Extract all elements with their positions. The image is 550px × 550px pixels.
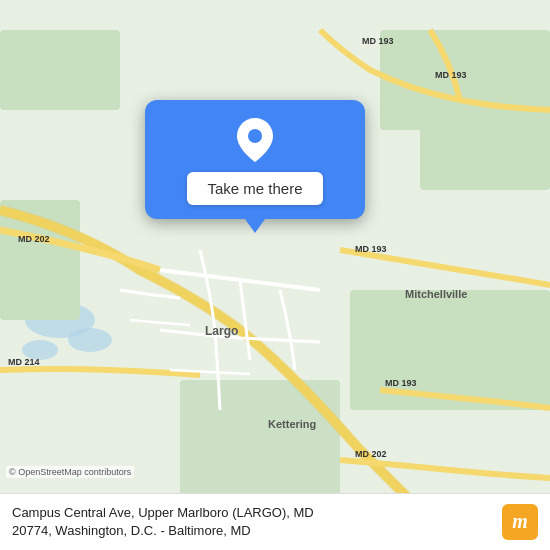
address-text: Campus Central Ave, Upper Marlboro (LARG… — [12, 504, 490, 540]
map-pin-icon — [237, 118, 273, 162]
svg-text:MD 193: MD 193 — [385, 378, 417, 388]
svg-text:MD 193: MD 193 — [355, 244, 387, 254]
svg-rect-4 — [0, 30, 120, 110]
moovit-logo: m — [502, 504, 538, 540]
osm-attribution: © OpenStreetMap contributors — [6, 466, 134, 478]
svg-text:MD 202: MD 202 — [355, 449, 387, 459]
svg-text:Largo: Largo — [205, 324, 238, 338]
svg-text:MD 202: MD 202 — [18, 234, 50, 244]
svg-point-2 — [68, 328, 112, 352]
location-popup: Take me there — [145, 100, 365, 219]
moovit-icon: m — [502, 504, 538, 540]
svg-text:MD 214: MD 214 — [8, 357, 40, 367]
bottom-info-bar: Campus Central Ave, Upper Marlboro (LARG… — [0, 493, 550, 550]
svg-text:MD 193: MD 193 — [435, 70, 467, 80]
svg-text:MD 193: MD 193 — [362, 36, 394, 46]
map-container: MD 202 MD 193 MD 193 MD 193 MD 193 MD 21… — [0, 0, 550, 550]
svg-rect-6 — [420, 110, 550, 190]
svg-text:Kettering: Kettering — [268, 418, 316, 430]
svg-text:Mitchellville: Mitchellville — [405, 288, 467, 300]
svg-point-20 — [248, 129, 262, 143]
take-me-there-button[interactable]: Take me there — [187, 172, 322, 205]
